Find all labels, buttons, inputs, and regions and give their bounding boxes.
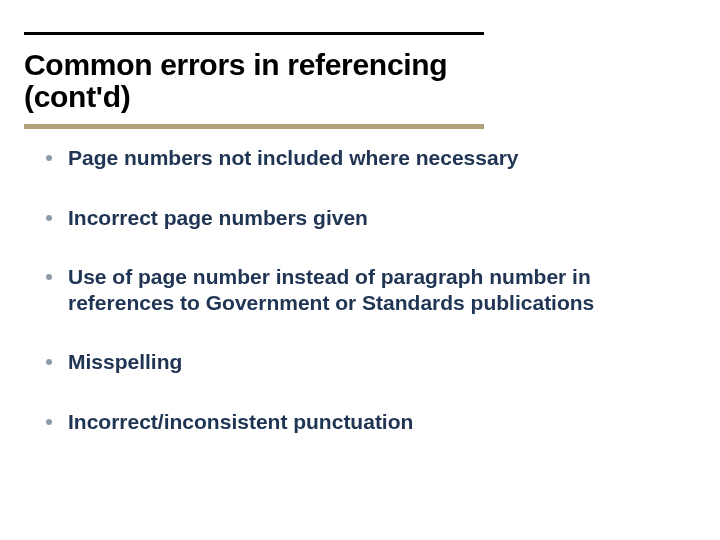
bullet-icon (46, 359, 52, 365)
bullet-icon (46, 215, 52, 221)
bullet-text: Misspelling (68, 349, 182, 375)
list-item: Incorrect/inconsistent punctuation (46, 409, 646, 435)
bullet-text: Use of page number instead of paragraph … (68, 264, 646, 315)
list-item: Page numbers not included where necessar… (46, 145, 646, 171)
bullet-text: Incorrect/inconsistent punctuation (68, 409, 413, 435)
title-rule-bottom (24, 124, 484, 129)
bullet-icon (46, 155, 52, 161)
title-block: Common errors in referencing (cont'd) (24, 32, 484, 129)
bullet-text: Incorrect page numbers given (68, 205, 368, 231)
bullet-icon (46, 274, 52, 280)
bullet-list: Page numbers not included where necessar… (46, 145, 646, 469)
bullet-text: Page numbers not included where necessar… (68, 145, 519, 171)
bullet-icon (46, 419, 52, 425)
list-item: Use of page number instead of paragraph … (46, 264, 646, 315)
slide-title: Common errors in referencing (cont'd) (24, 35, 484, 124)
list-item: Incorrect page numbers given (46, 205, 646, 231)
slide: Common errors in referencing (cont'd) Pa… (0, 0, 720, 540)
list-item: Misspelling (46, 349, 646, 375)
